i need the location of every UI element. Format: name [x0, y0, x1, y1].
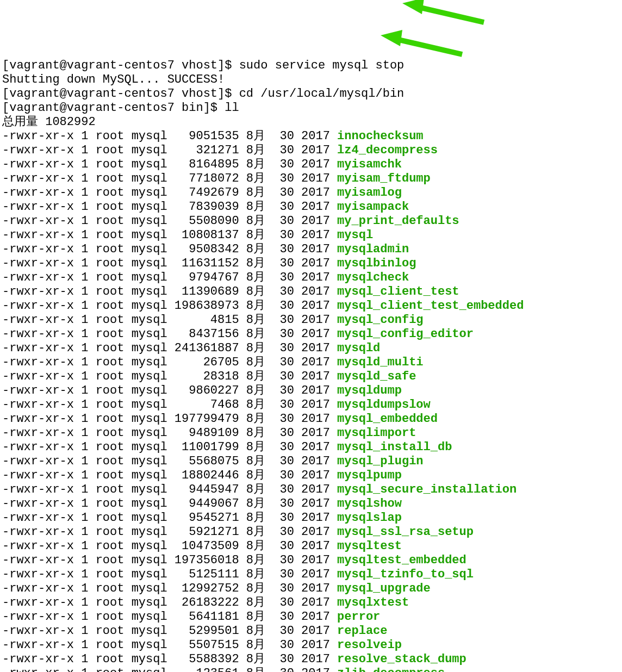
shell-prompt: [vagrant@vagrant-centos7 vhost]$ [2, 59, 239, 72]
file-row: -rwxr-xr-x 1 root mysql 11390689 8月 30 2… [2, 285, 337, 298]
file-row: -rwxr-xr-x 1 root mysql 5921271 8月 30 20… [2, 525, 337, 539]
file-row: -rwxr-xr-x 1 root mysql 8164895 8月 30 20… [2, 158, 337, 171]
file-name: mysql_install_db [337, 440, 452, 454]
file-row: -rwxr-xr-x 1 root mysql 10473509 8月 30 2… [2, 539, 337, 553]
file-row: -rwxr-xr-x 1 root mysql 9508342 8月 30 20… [2, 242, 337, 256]
file-name: mysql_secure_installation [337, 483, 517, 496]
file-name: mysqlshow [337, 497, 402, 511]
file-name: innochecksum [337, 129, 423, 143]
file-name: resolve_stack_dump [337, 652, 467, 666]
file-name: mysql_config_editor [337, 327, 474, 341]
shell-prompt: [vagrant@vagrant-centos7 vhost]$ [2, 87, 239, 101]
file-name: mysqlcheck [337, 271, 409, 284]
shell-command: ll [225, 101, 239, 115]
file-row: -rwxr-xr-x 1 root mysql 123561 8月 30 201… [2, 667, 337, 672]
file-name: mysqlpump [337, 469, 402, 482]
file-name: mysql_ssl_rsa_setup [337, 525, 474, 539]
shell-command: sudo service mysql stop [239, 59, 405, 72]
file-row: -rwxr-xr-x 1 root mysql 321271 8月 30 201… [2, 144, 337, 157]
file-row: -rwxr-xr-x 1 root mysql 4815 8月 30 2017 [2, 313, 337, 327]
file-row: -rwxr-xr-x 1 root mysql 7468 8月 30 2017 [2, 398, 337, 412]
shell-prompt: [vagrant@vagrant-centos7 bin]$ [2, 101, 225, 115]
file-name: resolveip [337, 638, 402, 652]
file-name: mysql_client_test_embedded [337, 299, 524, 313]
file-name: myisamlog [337, 186, 402, 200]
file-name: mysqld [337, 341, 380, 355]
file-row: -rwxr-xr-x 1 root mysql 241361887 8月 30 … [2, 341, 337, 355]
file-row: -rwxr-xr-x 1 root mysql 7718072 8月 30 20… [2, 172, 337, 185]
file-row: -rwxr-xr-x 1 root mysql 26705 8月 30 2017 [2, 356, 337, 369]
file-name: mysqld_safe [337, 370, 416, 383]
svg-marker-0 [402, 0, 424, 14]
file-row: -rwxr-xr-x 1 root mysql 5568075 8月 30 20… [2, 455, 337, 468]
file-name: mysqldumpslow [337, 398, 431, 412]
file-name: replace [337, 624, 387, 638]
file-row: -rwxr-xr-x 1 root mysql 9449067 8月 30 20… [2, 497, 337, 511]
shell-output-line: Shutting down MySQL... SUCCESS! [2, 73, 225, 86]
file-name: mysql_config [337, 313, 423, 327]
file-row: -rwxr-xr-x 1 root mysql 7839039 8月 30 20… [2, 200, 337, 214]
file-row: -rwxr-xr-x 1 root mysql 10808137 8月 30 2… [2, 228, 337, 242]
file-name: mysql [337, 228, 373, 242]
file-row: -rwxr-xr-x 1 root mysql 9489109 8月 30 20… [2, 426, 337, 440]
file-row: -rwxr-xr-x 1 root mysql 5508090 8月 30 20… [2, 214, 337, 228]
file-row: -rwxr-xr-x 1 root mysql 9051535 8月 30 20… [2, 129, 337, 143]
file-row: -rwxr-xr-x 1 root mysql 9545271 8月 30 20… [2, 511, 337, 525]
file-name: myisampack [337, 200, 409, 214]
file-row: -rwxr-xr-x 1 root mysql 26183222 8月 30 2… [2, 596, 337, 609]
file-row: -rwxr-xr-x 1 root mysql 11001799 8月 30 2… [2, 440, 337, 454]
file-name: mysqltest [337, 539, 402, 553]
file-row: -rwxr-xr-x 1 root mysql 5641181 8月 30 20… [2, 610, 337, 624]
file-name: mysqltest_embedded [337, 553, 467, 567]
file-name: mysqlbinlog [337, 257, 416, 270]
file-row: -rwxr-xr-x 1 root mysql 18802446 8月 30 2… [2, 469, 337, 482]
file-name: myisam_ftdump [337, 172, 431, 185]
file-name: my_print_defaults [337, 214, 459, 228]
file-row: -rwxr-xr-x 1 root mysql 12992752 8月 30 2… [2, 582, 337, 595]
file-row: -rwxr-xr-x 1 root mysql 198638973 8月 30 … [2, 299, 337, 313]
file-name: lz4_decompress [337, 144, 438, 157]
file-row: -rwxr-xr-x 1 root mysql 28318 8月 30 2017 [2, 370, 337, 383]
file-name: mysqlslap [337, 511, 402, 525]
file-row: -rwxr-xr-x 1 root mysql 8437156 8月 30 20… [2, 327, 337, 341]
total-line: 总用量 1082992 [2, 115, 96, 129]
file-row: -rwxr-xr-x 1 root mysql 5588392 8月 30 20… [2, 652, 337, 666]
file-row: -rwxr-xr-x 1 root mysql 5299501 8月 30 20… [2, 624, 337, 638]
file-name: mysql_tzinfo_to_sql [337, 568, 474, 581]
file-row: -rwxr-xr-x 1 root mysql 7492679 8月 30 20… [2, 186, 337, 200]
terminal-output: [vagrant@vagrant-centos7 vhost]$ sudo se… [2, 59, 620, 672]
file-name: zlib_decompress [337, 667, 445, 672]
file-name: mysqld_multi [337, 356, 423, 369]
file-row: -rwxr-xr-x 1 root mysql 197799479 8月 30 … [2, 412, 337, 426]
file-name: mysql_upgrade [337, 582, 431, 595]
file-name: mysqlimport [337, 426, 416, 440]
file-name: mysql_plugin [337, 455, 423, 468]
file-row: -rwxr-xr-x 1 root mysql 9860227 8月 30 20… [2, 384, 337, 397]
file-row: -rwxr-xr-x 1 root mysql 9445947 8月 30 20… [2, 483, 337, 496]
file-name: mysqladmin [337, 242, 409, 256]
file-row: -rwxr-xr-x 1 root mysql 197356018 8月 30 … [2, 553, 337, 567]
file-name: mysqldump [337, 384, 402, 397]
annotation-arrow-1 [402, 0, 489, 25]
file-name: mysql_client_test [337, 285, 459, 298]
shell-command: cd /usr/local/mysql/bin [239, 87, 405, 101]
file-row: -rwxr-xr-x 1 root mysql 5125111 8月 30 20… [2, 568, 337, 581]
annotation-arrow-2 [381, 30, 468, 57]
file-name: mysqlxtest [337, 596, 409, 609]
svg-marker-1 [381, 30, 402, 46]
file-row: -rwxr-xr-x 1 root mysql 5507515 8月 30 20… [2, 638, 337, 652]
file-name: perror [337, 610, 380, 624]
file-row: -rwxr-xr-x 1 root mysql 9794767 8月 30 20… [2, 271, 337, 284]
file-name: myisamchk [337, 158, 402, 171]
file-name: mysql_embedded [337, 412, 438, 426]
file-row: -rwxr-xr-x 1 root mysql 11631152 8月 30 2… [2, 257, 337, 270]
